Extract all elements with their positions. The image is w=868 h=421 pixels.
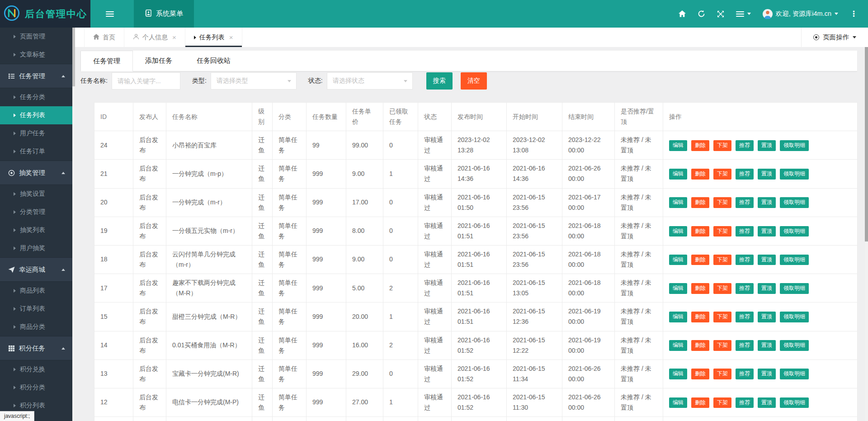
action-button-编辑[interactable]: 编辑 <box>669 197 687 208</box>
action-button-删除[interactable]: 删除 <box>691 169 709 180</box>
logo-area[interactable]: 后台管理中心 <box>0 0 90 28</box>
close-icon[interactable]: × <box>172 34 176 41</box>
action-button-下架[interactable]: 下架 <box>713 140 731 151</box>
action-button-下架[interactable]: 下架 <box>713 226 731 237</box>
page-scrollbar[interactable] <box>865 47 868 421</box>
top-menu-system[interactable]: 系统菜单 <box>134 0 194 28</box>
fullscreen-button[interactable] <box>711 0 730 28</box>
action-button-下架[interactable]: 下架 <box>713 197 731 208</box>
action-button-领取明细[interactable]: 领取明细 <box>780 140 809 151</box>
action-button-编辑[interactable]: 编辑 <box>669 169 687 180</box>
sidebar-item-抽奖列表[interactable]: 抽奖列表 <box>0 221 72 239</box>
sidebar-item-抽奖设置[interactable]: 抽奖设置 <box>0 185 72 203</box>
action-button-领取明细[interactable]: 领取明细 <box>780 340 809 351</box>
action-button-置顶[interactable]: 置顶 <box>758 397 776 408</box>
action-button-编辑[interactable]: 编辑 <box>669 340 687 351</box>
sidebar-item-页面管理[interactable]: 页面管理 <box>0 28 72 46</box>
action-button-下架[interactable]: 下架 <box>713 340 731 351</box>
sidebar-group-积分任务[interactable]: 积分任务 <box>0 336 72 360</box>
action-button-领取明细[interactable]: 领取明细 <box>780 255 809 265</box>
action-button-下架[interactable]: 下架 <box>713 283 731 294</box>
action-button-编辑[interactable]: 编辑 <box>669 369 687 379</box>
panel-tab-任务管理[interactable]: 任务管理 <box>80 51 133 71</box>
status-select[interactable]: 请选择状态 <box>327 72 413 90</box>
sidebar-collapse-button[interactable] <box>96 0 124 28</box>
action-button-推荐[interactable]: 推荐 <box>736 312 754 322</box>
action-button-下架[interactable]: 下架 <box>713 397 731 408</box>
action-button-置顶[interactable]: 置顶 <box>758 197 776 208</box>
clear-button[interactable]: 清空 <box>461 72 487 90</box>
action-button-推荐[interactable]: 推荐 <box>736 283 754 294</box>
breadcrumb-tab-个人信息[interactable]: 个人信息× <box>124 28 185 47</box>
action-button-删除[interactable]: 删除 <box>691 369 709 379</box>
action-button-置顶[interactable]: 置顶 <box>758 140 776 151</box>
type-select[interactable]: 请选择类型 <box>211 72 297 90</box>
action-button-领取明细[interactable]: 领取明细 <box>780 283 809 294</box>
search-button[interactable]: 搜索 <box>426 72 453 90</box>
action-button-下架[interactable]: 下架 <box>713 169 731 180</box>
sidebar-item-任务订单[interactable]: 任务订单 <box>0 142 72 161</box>
action-button-删除[interactable]: 删除 <box>691 283 709 294</box>
action-button-领取明细[interactable]: 领取明细 <box>780 312 809 322</box>
action-button-删除[interactable]: 删除 <box>691 397 709 408</box>
action-button-下架[interactable]: 下架 <box>713 312 731 322</box>
action-button-编辑[interactable]: 编辑 <box>669 226 687 237</box>
action-button-推荐[interactable]: 推荐 <box>736 369 754 379</box>
action-button-领取明细[interactable]: 领取明细 <box>780 169 809 180</box>
action-button-领取明细[interactable]: 领取明细 <box>780 369 809 379</box>
action-button-删除[interactable]: 删除 <box>691 197 709 208</box>
action-button-推荐[interactable]: 推荐 <box>736 226 754 237</box>
action-button-置顶[interactable]: 置顶 <box>758 169 776 180</box>
breadcrumb-tab-任务列表[interactable]: 任务列表× <box>185 28 242 47</box>
layout-menu-button[interactable] <box>730 0 757 28</box>
sidebar-group-抽奖管理[interactable]: 抽奖管理 <box>0 161 72 185</box>
sidebar-item-分类管理[interactable]: 分类管理 <box>0 203 72 221</box>
action-button-编辑[interactable]: 编辑 <box>669 312 687 322</box>
sidebar-item-任务分类[interactable]: 任务分类 <box>0 88 72 106</box>
action-button-删除[interactable]: 删除 <box>691 340 709 351</box>
sidebar-item-订单列表[interactable]: 订单列表 <box>0 300 72 318</box>
action-button-置顶[interactable]: 置顶 <box>758 340 776 351</box>
action-button-置顶[interactable]: 置顶 <box>758 226 776 237</box>
action-button-删除[interactable]: 删除 <box>691 140 709 151</box>
action-button-置顶[interactable]: 置顶 <box>758 312 776 322</box>
sidebar-item-商品列表[interactable]: 商品列表 <box>0 282 72 300</box>
sidebar-item-用户任务[interactable]: 用户任务 <box>0 124 72 142</box>
panel-tab-任务回收站[interactable]: 任务回收站 <box>184 51 243 71</box>
action-button-置顶[interactable]: 置顶 <box>758 255 776 265</box>
panel-tab-添加任务[interactable]: 添加任务 <box>133 51 184 71</box>
task-name-input[interactable] <box>112 72 180 90</box>
sidebar-scrollbar[interactable] <box>72 28 75 421</box>
action-button-置顶[interactable]: 置顶 <box>758 369 776 379</box>
user-menu[interactable]: 欢迎, 资源库i4m.cn <box>757 0 844 28</box>
action-button-领取明细[interactable]: 领取明细 <box>780 197 809 208</box>
more-options-button[interactable]: ⋮ <box>844 0 863 28</box>
sidebar-item-用户抽奖[interactable]: 用户抽奖 <box>0 239 72 257</box>
sidebar-item-商品分类[interactable]: 商品分类 <box>0 318 72 336</box>
page-scrollbar-thumb[interactable] <box>865 47 868 241</box>
sidebar-item-积分分类[interactable]: 积分分类 <box>0 378 72 397</box>
sidebar-item-文章标签[interactable]: 文章标签 <box>0 46 72 64</box>
action-button-推荐[interactable]: 推荐 <box>736 169 754 180</box>
action-button-删除[interactable]: 删除 <box>691 255 709 265</box>
action-button-领取明细[interactable]: 领取明细 <box>780 226 809 237</box>
action-button-删除[interactable]: 删除 <box>691 312 709 322</box>
action-button-编辑[interactable]: 编辑 <box>669 140 687 151</box>
action-button-推荐[interactable]: 推荐 <box>736 140 754 151</box>
action-button-推荐[interactable]: 推荐 <box>736 397 754 408</box>
action-button-领取明细[interactable]: 领取明细 <box>780 397 809 408</box>
sidebar-item-积分兑换[interactable]: 积分兑换 <box>0 360 72 378</box>
action-button-下架[interactable]: 下架 <box>713 255 731 265</box>
action-button-置顶[interactable]: 置顶 <box>758 283 776 294</box>
action-button-推荐[interactable]: 推荐 <box>736 340 754 351</box>
action-button-编辑[interactable]: 编辑 <box>669 283 687 294</box>
action-button-推荐[interactable]: 推荐 <box>736 197 754 208</box>
action-button-下架[interactable]: 下架 <box>713 369 731 379</box>
action-button-推荐[interactable]: 推荐 <box>736 255 754 265</box>
breadcrumb-tab-首页[interactable]: 首页 <box>84 28 124 47</box>
action-button-编辑[interactable]: 编辑 <box>669 255 687 265</box>
close-icon[interactable]: × <box>229 34 233 41</box>
sidebar-group-幸运商城[interactable]: 幸运商城 <box>0 257 72 282</box>
page-operations-button[interactable]: 页面操作 <box>801 28 868 47</box>
sidebar-group-任务管理[interactable]: 任务管理 <box>0 64 72 88</box>
